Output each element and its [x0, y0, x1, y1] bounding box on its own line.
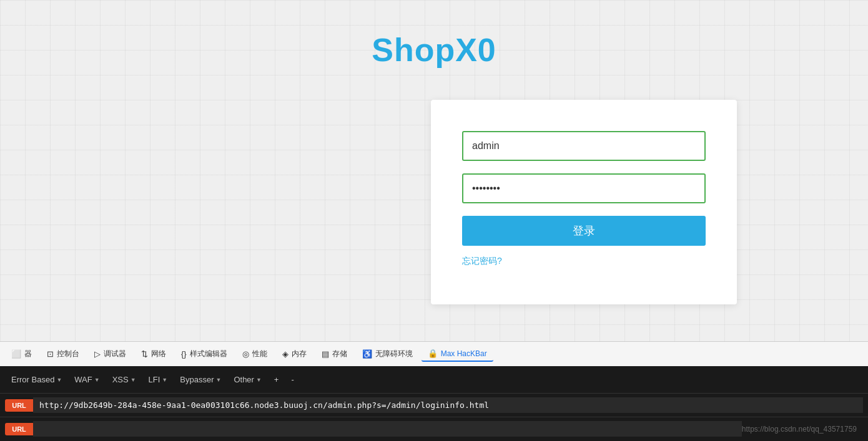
- url1-label: URL: [5, 399, 33, 412]
- tab-memory[interactable]: ◈ 内存: [276, 346, 313, 362]
- style-icon: {}: [181, 349, 187, 359]
- debugger-icon: ▷: [94, 349, 101, 359]
- xss-label: XSS: [112, 375, 129, 384]
- forgot-password-link[interactable]: 忘记密码?: [462, 256, 706, 267]
- tab-style-editor[interactable]: {} 样式编辑器: [175, 346, 234, 362]
- waf-arrow: ▼: [94, 377, 100, 383]
- performance-icon: ◎: [242, 349, 249, 359]
- tab-performance[interactable]: ◎ 性能: [236, 346, 274, 362]
- accessibility-icon: ♿: [362, 349, 372, 359]
- url2-input[interactable]: [33, 421, 742, 437]
- hackbar-bottom-right: https://blog.csdn.net/qq_43571759: [742, 425, 863, 434]
- tab-debugger[interactable]: ▷ 调试器: [88, 346, 132, 362]
- hackbar-menu-minus[interactable]: -: [286, 372, 298, 387]
- tab-accessibility[interactable]: ♿ 无障碍环境: [356, 346, 419, 362]
- tab-storage-label: 存储: [332, 349, 347, 359]
- inspector-icon: ⬜: [11, 349, 21, 359]
- tab-console-label: 控制台: [57, 349, 79, 359]
- tab-performance-label: 性能: [252, 349, 267, 359]
- tab-memory-label: 内存: [292, 349, 307, 359]
- hackbar-menu-other[interactable]: Other ▼: [229, 372, 266, 387]
- login-card: 登录 忘记密码?: [431, 100, 737, 304]
- hackbar-menu-bypasser[interactable]: Bypasser ▼: [175, 372, 226, 387]
- hackbar-menu-add[interactable]: +: [269, 372, 284, 387]
- devtools-bar: ⬜ 器 ⊡ 控制台 ▷ 调试器 ⇅ 网络 {} 样式编辑器 ◎ 性能 ◈ 内存 …: [0, 341, 868, 366]
- tab-inspector[interactable]: ⬜ 器: [5, 346, 38, 362]
- hackbar-url-row-2: URL https://blog.csdn.net/qq_43571759: [0, 417, 868, 440]
- tab-hackbar-label: Max HacKBar: [441, 349, 487, 358]
- hackbar-menu: Error Based ▼ WAF ▼ XSS ▼ LFI ▼ Bypasser…: [0, 366, 868, 394]
- xss-arrow: ▼: [131, 377, 136, 383]
- bypasser-label: Bypasser: [180, 375, 214, 384]
- hackbar-menu-error-based[interactable]: Error Based ▼: [6, 372, 67, 387]
- site-title: ShopX0: [372, 31, 496, 69]
- tab-network[interactable]: ⇅ 网络: [135, 346, 172, 362]
- tab-inspector-label: 器: [24, 349, 32, 359]
- tab-style-label: 样式编辑器: [190, 349, 227, 359]
- hackbar-icon: 🔒: [428, 349, 438, 358]
- minus-label: -: [291, 375, 293, 384]
- lfi-label: LFI: [149, 375, 160, 384]
- browser-content: ShopX0 登录 忘记密码?: [0, 0, 868, 341]
- other-arrow: ▼: [256, 377, 262, 383]
- hackbar-panel: Error Based ▼ WAF ▼ XSS ▼ LFI ▼ Bypasser…: [0, 366, 868, 441]
- password-input[interactable]: [462, 173, 706, 203]
- tab-storage[interactable]: ▤ 存储: [315, 346, 353, 362]
- hackbar-menu-xss[interactable]: XSS ▼: [107, 372, 141, 387]
- waf-label: WAF: [74, 375, 92, 384]
- bypasser-arrow: ▼: [215, 377, 221, 383]
- tab-debugger-label: 调试器: [104, 349, 126, 359]
- hackbar-url-row-1: URL: [0, 394, 868, 417]
- hackbar-menu-waf[interactable]: WAF ▼: [69, 372, 104, 387]
- other-label: Other: [234, 375, 254, 384]
- storage-icon: ▤: [322, 349, 329, 359]
- console-icon: ⊡: [47, 349, 54, 359]
- error-based-label: Error Based: [11, 375, 54, 384]
- lfi-arrow: ▼: [162, 377, 167, 383]
- add-label: +: [274, 375, 279, 384]
- url1-input[interactable]: [33, 397, 863, 413]
- tab-accessibility-label: 无障碍环境: [375, 349, 413, 359]
- url2-label: URL: [5, 423, 33, 435]
- network-icon: ⇅: [141, 349, 148, 359]
- error-based-arrow: ▼: [56, 377, 62, 383]
- tab-network-label: 网络: [151, 349, 166, 359]
- login-button[interactable]: 登录: [462, 216, 706, 246]
- memory-icon: ◈: [282, 349, 289, 359]
- tab-console[interactable]: ⊡ 控制台: [41, 346, 86, 362]
- hackbar-menu-lfi[interactable]: LFI ▼: [144, 372, 173, 387]
- tab-hackbar[interactable]: 🔒 Max HacKBar: [422, 346, 493, 362]
- username-input[interactable]: [462, 131, 706, 161]
